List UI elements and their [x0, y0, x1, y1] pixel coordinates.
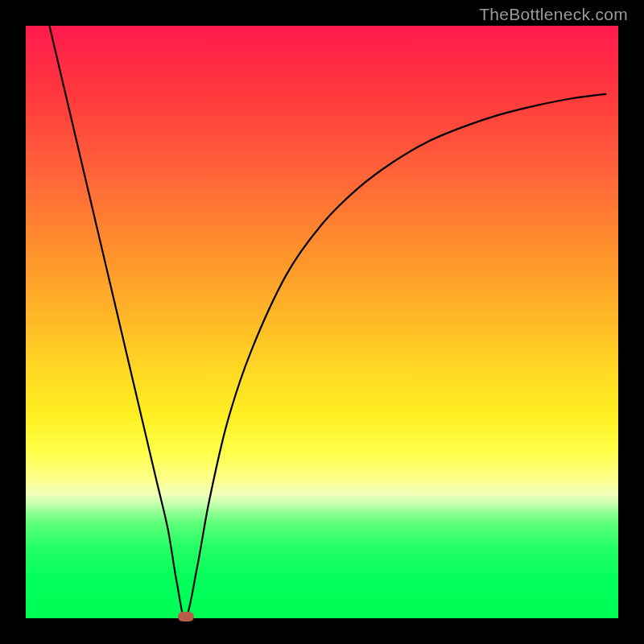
plot-area [26, 26, 618, 618]
curve-path [49, 26, 606, 618]
chart-frame: TheBottleneck.com [0, 0, 644, 644]
watermark-text: TheBottleneck.com [479, 5, 628, 24]
minimum-marker [178, 612, 194, 621]
bottleneck-curve [26, 26, 618, 618]
